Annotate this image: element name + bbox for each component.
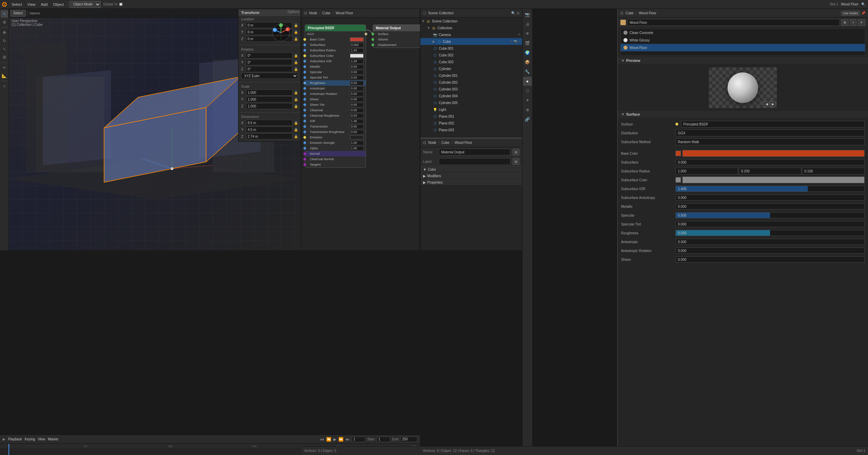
preview-right-btn[interactable]: ▶ <box>770 101 775 107</box>
scale-y-input[interactable] <box>246 96 293 102</box>
outliner-item-light[interactable]: 💡 Light <box>420 106 522 113</box>
rotation-z-input[interactable] <box>246 66 293 72</box>
lock-y[interactable]: 🔒 <box>294 30 298 34</box>
node-canvas[interactable]: Principled BSDF GGX Base Color Subsurfac… <box>301 18 420 250</box>
mat-icon-btn-1[interactable]: ⊞ <box>513 149 519 155</box>
subsurface-input[interactable] <box>350 43 364 47</box>
mode-dropdown[interactable]: Object Mode <box>70 1 101 8</box>
metallic-input[interactable] <box>350 65 364 69</box>
mat-item-white-glossy[interactable]: White Glossy <box>621 36 865 44</box>
jump-end-btn[interactable]: ⏭ <box>346 437 350 442</box>
cube-render-icon[interactable]: ⊙ <box>518 40 521 43</box>
tab-world[interactable]: 🌍 <box>523 48 532 57</box>
outliner-item-camera[interactable]: 📷 Camera 👁 <box>420 31 522 38</box>
aniso-rot-slider[interactable]: 0.000 <box>675 248 865 254</box>
menu-object[interactable]: Object <box>50 0 67 9</box>
aniso-slider[interactable]: 0.000 <box>675 239 865 245</box>
lock-sx[interactable]: 🔒 <box>294 90 298 95</box>
principled-bsdf-node[interactable]: Principled BSDF GGX Base Color Subsurfac… <box>305 24 366 168</box>
menu-view[interactable]: View <box>25 0 38 9</box>
jump-start-btn[interactable]: ⏮ <box>320 437 324 442</box>
transmission-input[interactable] <box>350 124 364 129</box>
start-frame-input[interactable] <box>377 437 390 442</box>
spec-tint-slider[interactable]: 0.000 <box>675 221 865 227</box>
outliner-item-plane003[interactable]: ⬡ Plane.003 <box>420 127 522 133</box>
preview-section-header[interactable]: ▼ Preview <box>618 57 868 64</box>
outliner-item-plane002[interactable]: ⬡ Plane.002 <box>420 120 522 127</box>
current-frame-input[interactable] <box>352 437 365 442</box>
cursor-tool[interactable]: ⊕ <box>1 18 8 26</box>
subsurf-ior-input[interactable] <box>350 59 364 64</box>
step-fwd-btn[interactable]: ⏩ <box>338 437 344 442</box>
outliner-item-cylinder002[interactable]: ⬡ Cylinder.002 <box>420 79 522 86</box>
outliner-item-cylinder004[interactable]: ⬡ Cylinder.004 <box>420 92 522 99</box>
dim-z-input[interactable] <box>246 133 293 139</box>
cam-vis-icon[interactable]: 👁 <box>518 33 521 36</box>
outliner-search-icon[interactable]: 🔍 <box>511 11 515 15</box>
transform-tool[interactable]: ⊞ <box>1 53 8 61</box>
lock-rx[interactable]: 🔒 <box>294 53 298 58</box>
playback-label[interactable]: Playback <box>8 437 22 441</box>
lock-rz[interactable]: 🔒 <box>294 67 298 71</box>
menu-select[interactable]: Select <box>9 0 25 9</box>
outliner-item-cube002[interactable]: ⬡ Cube.002 <box>420 52 522 58</box>
outliner-filter-icon[interactable]: ⊟ <box>517 11 519 15</box>
spec-tint-input[interactable] <box>350 75 364 80</box>
tab-material[interactable]: ● <box>523 77 532 86</box>
mat-browse-btn[interactable]: ⊞ <box>841 19 849 26</box>
menu-add[interactable]: Add <box>38 0 50 9</box>
outliner-item-cylinder[interactable]: ⬡ Cylinder <box>420 65 522 72</box>
outliner-item-cylinder003[interactable]: ⬡ Cylinder.003 <box>420 86 522 92</box>
mat-icon-btn-2[interactable]: ⊞ <box>513 158 519 165</box>
mat-pin-icon[interactable]: 📌 <box>861 11 865 15</box>
name-field-input[interactable] <box>439 149 511 155</box>
measure-tool[interactable]: 📐 <box>1 72 8 80</box>
subsurface-slider[interactable]: 0.000 <box>675 159 865 165</box>
sheen-slider[interactable]: 0.000 <box>675 256 865 263</box>
roughness-slider[interactable]: 0.500 <box>675 230 865 236</box>
label-field-input[interactable] <box>439 158 511 165</box>
keying-label[interactable]: Keying <box>25 437 35 441</box>
select-tool[interactable]: ↖ <box>1 10 8 18</box>
aniso-rot-input[interactable] <box>350 92 364 96</box>
annotate-tool[interactable]: ✏ <box>1 64 8 71</box>
roughness-input[interactable] <box>350 81 364 85</box>
aniso-input[interactable] <box>350 86 364 91</box>
options-label[interactable]: Options <box>286 9 301 14</box>
subsurf-color-field-swatch[interactable] <box>675 177 681 183</box>
specular-slider[interactable]: 0.500 <box>675 212 865 218</box>
scale-x-input[interactable] <box>246 89 293 96</box>
lock-z[interactable]: 🔒 <box>294 36 298 41</box>
cube-vis-icon[interactable]: 👁 <box>510 40 513 43</box>
scale-z-input[interactable] <box>246 103 293 109</box>
nav-gizmo[interactable]: X Z Y <box>271 22 291 44</box>
rotation-mode-select[interactable]: XYZ Euler <box>241 73 298 79</box>
ior-input[interactable] <box>350 119 364 123</box>
clrcoat-rough-input[interactable] <box>350 114 364 118</box>
outliner-item-cube[interactable]: ▶ ⬡ Cube 👁 📷 ⊙ <box>420 38 522 45</box>
metallic-slider[interactable]: 0.000 <box>675 203 865 209</box>
surface-value[interactable]: Principled BSDF <box>681 121 865 128</box>
tab-physics[interactable]: ⊕ <box>523 105 532 114</box>
end-frame-input[interactable] <box>400 437 417 442</box>
mat-item-wood-floor[interactable]: Wood Floor <box>621 44 865 51</box>
emission-swatch[interactable] <box>350 135 364 139</box>
step-back-btn[interactable]: ⏪ <box>326 437 331 442</box>
use-nodes-btn[interactable]: Use Nodes <box>841 11 860 16</box>
outliner-item-collection[interactable]: ▼ ◎ Collection <box>420 24 522 31</box>
outliner-item-cylinder001[interactable]: ⬡ Cylinder.001 <box>420 72 522 79</box>
tab-view[interactable]: 👁 <box>523 29 532 38</box>
sheen-input[interactable] <box>350 97 364 102</box>
tab-render[interactable]: 📷 <box>523 10 532 19</box>
add-object-btn[interactable]: + <box>1 83 8 90</box>
mat-name-input[interactable] <box>627 19 840 26</box>
lock-x[interactable]: 🔒 <box>294 23 298 28</box>
subsurf-aniso-slider[interactable]: 0.000 <box>675 195 865 201</box>
outliner-item-cube003[interactable]: ⬡ Cube.003 <box>420 58 522 65</box>
alpha-input[interactable] <box>350 146 364 151</box>
clearcoat-input[interactable] <box>350 108 364 113</box>
outliner-item-cylinder005[interactable]: ⬡ Cylinder.005 <box>420 99 522 106</box>
lock-dz[interactable]: 🔒 <box>294 134 298 139</box>
tab-particles[interactable]: ✦ <box>523 96 532 105</box>
subsurf-r2[interactable]: 0.200 <box>739 168 801 174</box>
